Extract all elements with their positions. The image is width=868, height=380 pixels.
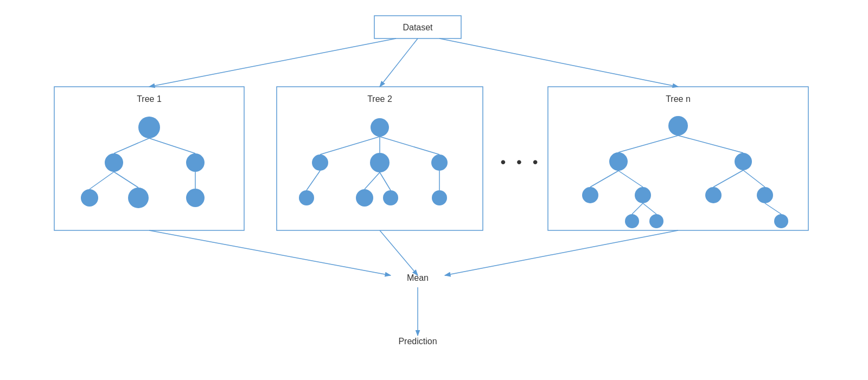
svg-point-45: [668, 116, 688, 136]
svg-text:Tree 1: Tree 1: [137, 94, 162, 104]
svg-point-33: [431, 154, 448, 171]
svg-point-50: [582, 187, 598, 203]
svg-point-37: [299, 190, 314, 205]
svg-line-11: [439, 38, 678, 87]
svg-point-30: [371, 118, 389, 137]
svg-point-32: [370, 153, 390, 172]
svg-text:Tree 2: Tree 2: [367, 94, 392, 104]
svg-text:Dataset: Dataset: [403, 23, 433, 32]
svg-line-54: [590, 171, 618, 187]
svg-point-52: [705, 187, 722, 203]
svg-line-23: [149, 138, 195, 153]
svg-line-27: [90, 172, 114, 189]
svg-point-46: [609, 152, 628, 171]
svg-point-20: [105, 153, 123, 172]
svg-point-40: [432, 190, 447, 205]
svg-line-49: [678, 136, 743, 153]
svg-point-21: [186, 153, 205, 172]
svg-point-38: [356, 189, 373, 207]
svg-point-51: [635, 187, 651, 203]
svg-point-39: [383, 190, 398, 205]
svg-point-24: [81, 189, 98, 207]
svg-line-9: [149, 38, 396, 87]
svg-line-28: [114, 172, 138, 188]
svg-line-12: [149, 230, 391, 275]
svg-line-61: [632, 203, 643, 214]
svg-rect-3: [54, 87, 244, 230]
svg-point-19: [138, 117, 160, 138]
svg-line-62: [643, 203, 656, 214]
svg-line-56: [713, 170, 743, 187]
svg-point-25: [128, 188, 149, 208]
svg-point-59: [649, 214, 663, 228]
svg-line-22: [114, 138, 149, 153]
svg-point-58: [625, 214, 639, 228]
diagram-container: DatasetTree 1Tree 2Tree nMeanPrediction•…: [0, 0, 868, 380]
svg-line-13: [380, 230, 418, 275]
svg-point-31: [312, 154, 328, 171]
svg-point-47: [735, 153, 752, 170]
svg-text:Prediction: Prediction: [398, 337, 437, 346]
svg-line-63: [765, 203, 781, 214]
svg-text:• • •: • • •: [501, 153, 541, 170]
svg-rect-5: [277, 87, 483, 230]
svg-point-26: [186, 189, 205, 207]
svg-text:Mean: Mean: [407, 273, 429, 282]
svg-line-55: [618, 171, 643, 187]
svg-text:Tree n: Tree n: [666, 94, 691, 104]
svg-line-42: [365, 172, 380, 189]
svg-line-41: [307, 171, 320, 190]
main-svg: DatasetTree 1Tree 2Tree nMeanPrediction•…: [0, 0, 868, 380]
svg-line-14: [445, 230, 678, 275]
svg-rect-1: [374, 16, 461, 38]
svg-point-53: [757, 187, 773, 203]
svg-point-60: [774, 214, 788, 228]
svg-line-34: [320, 137, 380, 154]
svg-line-48: [618, 136, 678, 152]
svg-rect-7: [548, 87, 808, 230]
svg-line-43: [380, 172, 391, 190]
svg-line-57: [743, 170, 765, 187]
svg-line-36: [380, 137, 439, 154]
svg-line-10: [380, 38, 418, 87]
